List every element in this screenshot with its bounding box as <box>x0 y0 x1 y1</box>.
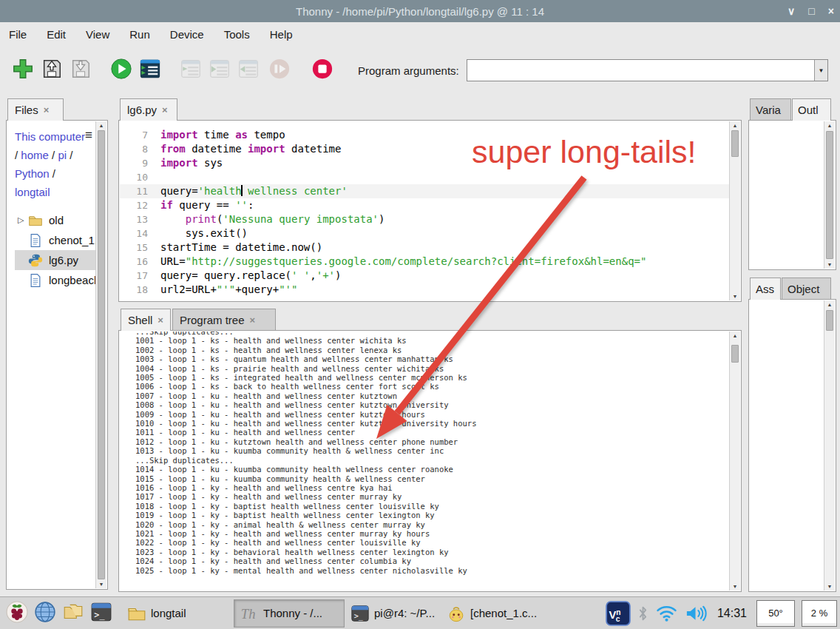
code-text: startTime = datetime.now() <box>148 240 322 255</box>
shell-line: 1024 - loop 1 - ky - health and wellness… <box>135 556 729 565</box>
folder-icon <box>127 604 146 623</box>
scroll-up-icon[interactable]: ▲ <box>733 332 738 340</box>
menu-file[interactable]: File <box>9 28 27 41</box>
files-scrollbar[interactable]: ▲ ▼ <box>95 121 106 588</box>
tab-object-inspector[interactable]: Object <box>782 278 831 300</box>
save-file-icon <box>70 58 92 83</box>
line-number: 13 <box>120 212 148 226</box>
shell-line: 1003 - loop 1 - ks - quantum health and … <box>135 354 729 363</box>
taskbar-window-terminal[interactable]: >_ pi@r4: ~/P... <box>345 599 441 628</box>
file-item-longbeach-c[interactable]: longbeach.c <box>15 270 96 290</box>
globe-icon <box>34 601 56 626</box>
terminal-launcher-button[interactable]: >_ <box>87 599 115 628</box>
program-arguments-input[interactable] <box>467 60 814 81</box>
files-menu-icon[interactable]: ≡ <box>85 128 92 143</box>
taskbar-window-thonny[interactable]: Th Thonny - /... <box>234 599 345 628</box>
tab-assistant[interactable]: Ass <box>750 278 781 300</box>
tab-variables[interactable]: Varia <box>750 98 791 121</box>
clock: 14:31 <box>717 607 747 620</box>
code-text: query='health wellness center' <box>148 184 348 198</box>
title-bar[interactable]: Thonny - /home/pi/Python/longtail/lg6.py… <box>0 0 840 22</box>
scroll-down-icon[interactable]: ▼ <box>99 580 104 588</box>
tab-shell[interactable]: Shell × <box>121 309 171 331</box>
code-line-10: 10 <box>120 170 729 184</box>
line-number: 16 <box>120 255 148 269</box>
shell-line: 1007 - loop 1 - ku - health and wellness… <box>135 391 729 400</box>
file-item-chenot-1-cs[interactable]: chenot_1.cs <box>15 230 96 250</box>
load-file-button[interactable] <box>39 58 64 83</box>
shell-line: 1016 - loop 1 - ky - health and wellness… <box>135 483 729 492</box>
run-button[interactable] <box>109 58 134 83</box>
code-text: query= query.replace(' ','+') <box>148 269 341 283</box>
combobox-dropdown-arrow-icon[interactable]: ▼ <box>814 60 827 81</box>
program-arguments-combobox: ▼ <box>467 59 828 81</box>
editor-scrollbar[interactable]: ▲ ▼ <box>729 121 740 300</box>
tab-files[interactable]: Files × <box>7 98 64 121</box>
expander-icon[interactable]: ▷ <box>18 215 28 225</box>
shell-line: 1020 - loop 1 - ky - animal health & wel… <box>135 520 729 529</box>
raspberry-icon <box>6 601 28 626</box>
stop-button[interactable] <box>310 58 335 83</box>
code-line-17: 17query= query.replace(' ','+') <box>120 269 729 283</box>
line-number: 11 <box>120 184 148 198</box>
volume-icon[interactable] <box>685 605 708 622</box>
menu-run[interactable]: Run <box>129 28 150 41</box>
debug-button[interactable] <box>138 58 163 83</box>
taskbar-window-longtail[interactable]: longtail <box>121 599 234 628</box>
code-line-11: 11query='health wellness center' <box>120 184 729 198</box>
close-button[interactable]: × <box>828 5 834 17</box>
line-number: 18 <box>120 283 148 297</box>
new-file-button[interactable] <box>10 58 35 83</box>
breadcrumb-link[interactable]: longtail <box>15 186 50 198</box>
breadcrumb-link[interactable]: This computer <box>15 130 85 143</box>
scroll-up-icon[interactable]: ▲ <box>827 121 833 130</box>
file-item-old[interactable]: ▷old <box>15 210 96 230</box>
tab-editor-lg6[interactable]: lg6.py × <box>120 98 177 121</box>
wifi-icon[interactable] <box>655 604 678 622</box>
shell-line: 1018 - loop 1 - ky - baptist health well… <box>135 502 729 511</box>
scroll-down-icon[interactable]: ▼ <box>827 260 833 269</box>
menu-edit[interactable]: Edit <box>47 28 66 41</box>
bluetooth-icon[interactable] <box>637 605 648 622</box>
breadcrumb-link[interactable]: home <box>21 149 49 161</box>
terminal-icon: >_ <box>90 601 112 626</box>
scroll-down-icon[interactable]: ▼ <box>733 292 738 300</box>
close-shell-tab-icon[interactable]: × <box>158 314 163 326</box>
close-files-tab-icon[interactable]: × <box>44 104 50 115</box>
close-program-tree-tab-icon[interactable]: × <box>250 314 256 326</box>
maximize-button[interactable]: □ <box>808 5 814 17</box>
cpu-temperature: 50° <box>756 600 795 627</box>
breadcrumb-link[interactable]: pi <box>58 149 67 161</box>
tab-program-tree[interactable]: Program tree × <box>172 309 276 331</box>
shell-output[interactable]: ...Skip duplicates...1001 - loop 1 - ks … <box>120 332 729 591</box>
menu-device[interactable]: Device <box>170 28 204 41</box>
close-editor-tab-icon[interactable]: × <box>162 104 168 115</box>
raspberry-menu-button[interactable] <box>3 599 31 628</box>
vnc-icon[interactable]: Vnc <box>606 601 631 626</box>
web-browser-button[interactable] <box>31 599 59 628</box>
code-line-13: 13 print('Nessuna query impostata') <box>120 212 729 226</box>
scroll-up-icon[interactable]: ▲ <box>99 121 104 130</box>
menu-tools[interactable]: Tools <box>224 28 250 41</box>
assistant-scrollbar[interactable]: ▲ ▼ <box>824 300 835 591</box>
menu-view[interactable]: View <box>86 28 109 41</box>
scroll-up-icon[interactable]: ▲ <box>733 121 738 130</box>
breadcrumb-link[interactable]: Python <box>15 167 50 180</box>
taskbar-window-chenot[interactable]: [chenot_1.c... <box>441 599 538 628</box>
toolbar: Program arguments: ▼ <box>0 47 840 94</box>
file-item-lg6-py[interactable]: lg6.py <box>15 250 96 270</box>
svg-text:Th: Th <box>241 605 256 621</box>
shell-line: ...Skip duplicates... <box>135 456 729 465</box>
scroll-down-icon[interactable]: ▼ <box>827 582 833 591</box>
scroll-up-icon[interactable]: ▲ <box>827 300 833 309</box>
minimize-button[interactable]: ∨ <box>788 5 795 17</box>
shell-scrollbar[interactable]: ▲ ▼ <box>729 332 740 591</box>
step-over-button <box>178 58 203 83</box>
shell-line: 1017 - loop 1 - ky - health and wellness… <box>135 492 729 501</box>
menu-help[interactable]: Help <box>270 28 293 41</box>
file-manager-button[interactable] <box>59 599 87 628</box>
outline-scrollbar[interactable]: ▲ ▼ <box>824 121 835 269</box>
scroll-down-icon[interactable]: ▼ <box>733 582 738 591</box>
tab-outline[interactable]: Outl <box>792 98 831 121</box>
code-line-12: 12if query == '': <box>120 198 729 212</box>
